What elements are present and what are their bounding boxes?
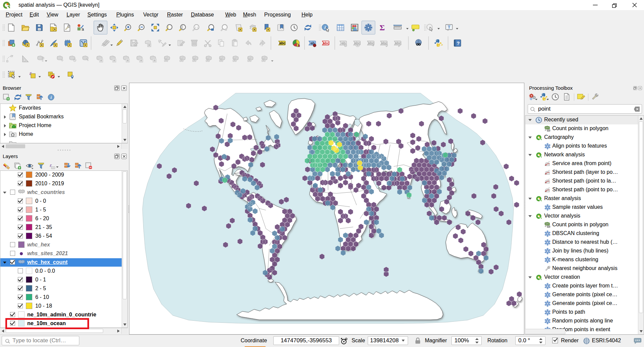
svg-text:?: ?: [456, 40, 459, 46]
svg-text:a: a: [82, 27, 84, 32]
svg-text:abc: abc: [368, 41, 374, 45]
svg-text:1:1: 1:1: [195, 26, 199, 29]
svg-text:i: i: [324, 25, 326, 30]
svg-text:T: T: [448, 25, 450, 30]
svg-text:123: 123: [547, 226, 551, 228]
svg-text:abc: abc: [381, 41, 387, 45]
svg-text:abc: abc: [354, 41, 360, 45]
svg-text:i: i: [50, 95, 52, 100]
svg-text:abc: abc: [323, 41, 329, 45]
svg-text:abc: abc: [279, 41, 285, 45]
svg-text:123: 123: [547, 129, 551, 131]
svg-text:Σ: Σ: [379, 23, 385, 32]
svg-text:>: >: [441, 43, 443, 47]
